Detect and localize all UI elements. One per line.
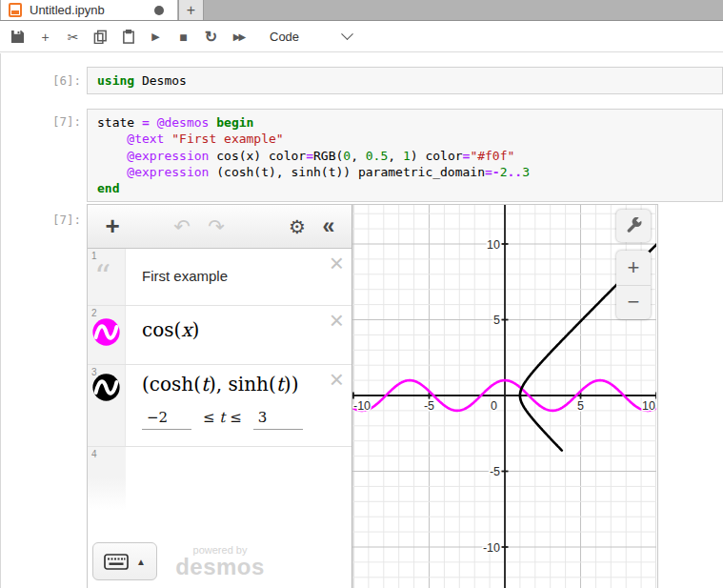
restart-run-all-button[interactable]: ▶▶ [230, 27, 248, 48]
curve-style-icon-black[interactable] [91, 373, 121, 402]
tab-title: Untitled.ipynb [30, 3, 105, 17]
expression-toolbar: + ↶ ↷ ⚙ « [88, 205, 351, 249]
restart-icon: ↻ [205, 28, 217, 46]
parametric-domain: −2≤ t ≤3 [142, 409, 351, 430]
svg-text:5: 5 [577, 399, 584, 413]
add-expression-button[interactable]: + [99, 212, 126, 241]
svg-text:-5: -5 [490, 465, 500, 478]
graph-area: -10-5510105-5-100 + − [352, 205, 657, 588]
note-content[interactable]: First example [126, 249, 351, 305]
row-4-gutter: 4 [88, 447, 126, 514]
desmos-calculator: + ↶ ↷ ⚙ « 1 “ First example × [87, 204, 658, 588]
curve-style-icon-magenta[interactable] [91, 317, 121, 347]
code-cell-6[interactable]: using Desmos [87, 67, 723, 94]
copy-icon [93, 30, 108, 44]
chevron-down-icon[interactable] [341, 28, 353, 40]
expression-row-2[interactable]: 2 cos(x) × [88, 306, 351, 365]
svg-text:-5: -5 [424, 399, 434, 413]
desmos-branding: powered by desmos [153, 544, 287, 578]
input-prompt-6: [6]: [1, 73, 81, 88]
triangle-up-icon: ▲ [136, 557, 146, 567]
expression-content[interactable]: cos(x) [126, 306, 351, 364]
show-keypad-button[interactable]: ▲ [92, 542, 157, 580]
expression-latex[interactable]: cos(x) [142, 306, 351, 341]
cell-type-select[interactable]: Code [270, 30, 299, 44]
add-cell-button[interactable]: + [36, 27, 54, 48]
keyboard-icon [104, 554, 129, 570]
restart-kernel-button[interactable]: ↻ [202, 27, 220, 48]
tab-bar: Untitled.ipynb + [0, 0, 723, 21]
delete-row-button[interactable]: × [330, 251, 344, 275]
svg-text:5: 5 [493, 314, 500, 327]
domain-max-field[interactable]: 3 [253, 409, 303, 430]
row-2-gutter[interactable]: 2 [88, 306, 126, 364]
collapse-panel-button[interactable]: « [317, 213, 340, 239]
expression-row-4[interactable]: 4 [88, 447, 351, 514]
undo-button[interactable]: ↶ [170, 215, 194, 238]
save-button[interactable] [9, 27, 27, 48]
row-3-gutter[interactable]: 3 [88, 365, 126, 446]
notebook-file-icon [9, 3, 22, 17]
delete-row-button[interactable]: × [330, 367, 344, 392]
wrench-icon [625, 217, 642, 234]
svg-text:-10: -10 [353, 399, 371, 413]
zoom-controls: + − [616, 251, 651, 319]
clipboard-icon [122, 30, 135, 44]
new-tab-button[interactable]: + [178, 0, 204, 20]
plus-icon: + [187, 2, 195, 19]
stop-icon: ■ [179, 30, 187, 45]
interrupt-kernel-button[interactable]: ■ [174, 27, 192, 48]
code-editor-7[interactable]: state = @desmos begin @text "First examp… [97, 114, 722, 196]
expression-latex[interactable]: (cosh(t), sinh(t)) [142, 365, 351, 395]
expression-panel: + ↶ ↷ ⚙ « 1 “ First example × [88, 205, 352, 588]
paste-cells-button[interactable] [119, 27, 137, 48]
domain-min-field[interactable]: −2 [142, 409, 191, 430]
save-icon [10, 30, 25, 44]
row-number: 4 [91, 449, 97, 459]
notebook-toolbar: + ✂ ▶ ■ ↻ ▶▶ Code [0, 22, 723, 52]
graph-settings-button[interactable] [616, 210, 651, 242]
note-quote-icon: “ [94, 260, 110, 293]
notebook-content: [6]: using Desmos [7]: state = @desmos b… [0, 53, 723, 588]
empty-expression[interactable] [126, 447, 351, 514]
run-cell-button[interactable]: ▶ [147, 27, 165, 48]
domain-inequality: ≤ t ≤ [203, 409, 242, 426]
expression-row-1[interactable]: 1 “ First example × [88, 249, 351, 306]
svg-text:10: 10 [642, 399, 655, 413]
code-cell-7[interactable]: state = @desmos begin @text "First examp… [87, 109, 723, 202]
fast-forward-icon: ▶▶ [233, 31, 244, 42]
zoom-in-button[interactable]: + [616, 251, 651, 286]
notebook-tab[interactable]: Untitled.ipynb [1, 0, 177, 20]
desmos-wordmark: desmos [153, 556, 287, 578]
run-icon: ▶ [151, 30, 159, 43]
zoom-out-button[interactable]: − [616, 286, 651, 320]
output-prompt-7: [7]: [1, 213, 81, 227]
delete-row-button[interactable]: × [330, 308, 344, 333]
expression-row-3[interactable]: 3 (cosh(t), sinh(t)) −2≤ t ≤3 × [88, 365, 351, 447]
svg-text:10: 10 [487, 238, 500, 252]
note-text[interactable]: First example [142, 249, 351, 284]
cut-cells-button[interactable]: ✂ [64, 27, 82, 48]
svg-text:-10: -10 [483, 541, 500, 555]
input-prompt-7: [7]: [1, 114, 81, 129]
scissors-icon: ✂ [68, 30, 79, 45]
graph-canvas[interactable]: -10-5510105-5-100 [352, 205, 656, 588]
expression-content[interactable]: (cosh(t), sinh(t)) −2≤ t ≤3 [126, 365, 351, 446]
plus-icon: + [41, 30, 49, 45]
redo-button[interactable]: ↷ [204, 215, 229, 238]
svg-text:0: 0 [491, 399, 497, 413]
app-window: Untitled.ipynb + + ✂ ▶ ■ ↻ ▶▶ Code [6]: … [0, 0, 723, 588]
edit-list-gear-button[interactable]: ⚙ [285, 215, 310, 238]
row-1-gutter[interactable]: 1 “ [88, 249, 126, 305]
copy-cells-button[interactable] [91, 27, 110, 48]
unsaved-indicator-dot [154, 6, 164, 15]
code-editor-6[interactable]: using Desmos [97, 72, 722, 89]
